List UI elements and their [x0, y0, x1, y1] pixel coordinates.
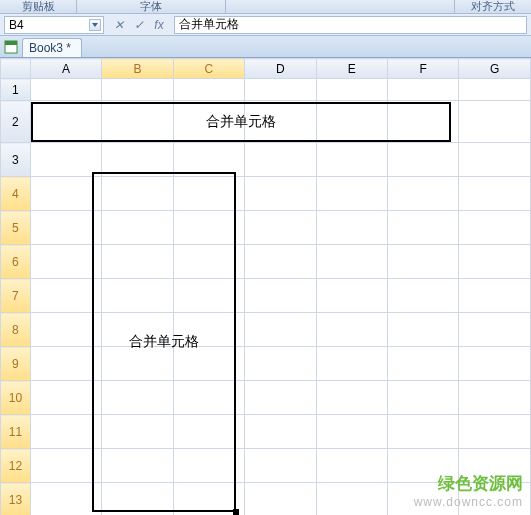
row-header-13[interactable]: 13 [1, 483, 31, 516]
row-header-1[interactable]: 1 [1, 79, 31, 101]
row-header-11[interactable]: 11 [1, 415, 31, 449]
cell[interactable] [30, 79, 101, 101]
select-all-corner[interactable] [1, 59, 31, 79]
spreadsheet-grid[interactable]: A B C D E F G 1 2 3 4 5 6 7 8 9 10 11 12… [0, 58, 531, 515]
name-box-value: B4 [9, 18, 24, 32]
watermark-title: 绿色资源网 [414, 474, 523, 494]
row-header-12[interactable]: 12 [1, 449, 31, 483]
formula-input[interactable]: 合并单元格 [174, 16, 527, 34]
ribbon-group-font: 字体 [77, 0, 225, 14]
row-header-4[interactable]: 4 [1, 177, 31, 211]
col-header-F[interactable]: F [388, 59, 459, 79]
workbook-tab-label: Book3 * [29, 41, 71, 55]
row-header-2[interactable]: 2 [1, 101, 31, 143]
merged-cell-v-text: 合并单元格 [129, 333, 199, 351]
formula-bar: B4 ✕ ✓ fx 合并单元格 [0, 14, 531, 36]
row-header-3[interactable]: 3 [1, 143, 31, 177]
row-header-7[interactable]: 7 [1, 279, 31, 313]
watermark: 绿色资源网 www.downcc.com [414, 474, 523, 509]
watermark-url: www.downcc.com [414, 495, 523, 509]
col-header-C[interactable]: C [173, 59, 244, 79]
row-header-9[interactable]: 9 [1, 347, 31, 381]
row-header-10[interactable]: 10 [1, 381, 31, 415]
formula-enter-icon[interactable]: ✓ [132, 18, 146, 32]
col-header-E[interactable]: E [316, 59, 387, 79]
workbook-tab[interactable]: Book3 * [22, 38, 82, 57]
row-header-5[interactable]: 5 [1, 211, 31, 245]
row-header-8[interactable]: 8 [1, 313, 31, 347]
fx-icon[interactable]: fx [152, 18, 166, 32]
col-header-G[interactable]: G [459, 59, 531, 79]
name-box-dropdown-icon[interactable] [89, 19, 101, 31]
col-header-D[interactable]: D [245, 59, 316, 79]
merged-cell-h-text: 合并单元格 [206, 113, 276, 131]
row-header-6[interactable]: 6 [1, 245, 31, 279]
workbook-icon [4, 40, 18, 54]
formula-cancel-icon[interactable]: ✕ [112, 18, 126, 32]
merged-cell-vertical[interactable]: 合并单元格 [92, 172, 236, 512]
svg-rect-1 [5, 41, 17, 45]
name-box[interactable]: B4 [4, 16, 104, 34]
ribbon-group-align: 对齐方式 [455, 0, 531, 14]
col-header-B[interactable]: B [102, 59, 173, 79]
workbook-tab-bar: Book3 * [0, 36, 531, 58]
col-header-A[interactable]: A [30, 59, 101, 79]
merged-cell-horizontal[interactable]: 合并单元格 [31, 102, 451, 142]
ribbon-group-labels: 剪贴板 字体 对齐方式 [0, 0, 531, 14]
selection-fill-handle[interactable] [233, 509, 239, 515]
ribbon-group-clipboard: 剪贴板 [0, 0, 76, 14]
formula-value: 合并单元格 [179, 16, 239, 33]
